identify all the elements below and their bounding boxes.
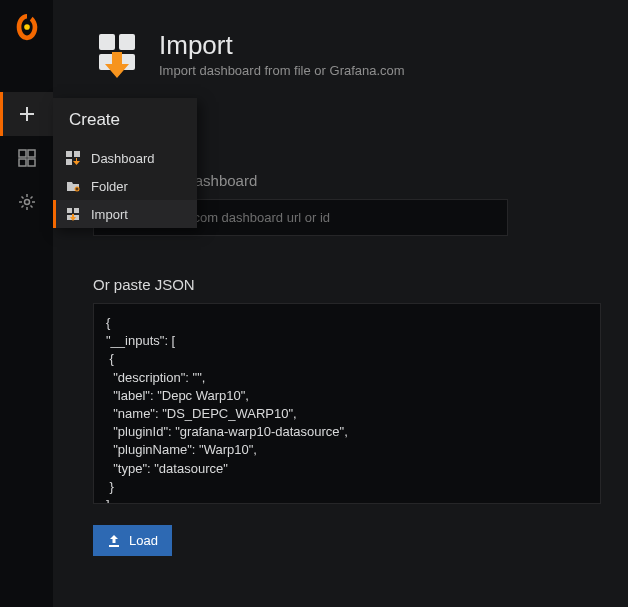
flyout-item-dashboard[interactable]: Dashboard xyxy=(53,144,197,172)
svg-rect-12 xyxy=(66,159,72,165)
folder-icon xyxy=(65,178,81,194)
svg-point-0 xyxy=(24,24,30,30)
grafana-logo[interactable] xyxy=(12,12,42,42)
flyout-item-label: Import xyxy=(91,207,128,222)
flyout-item-folder[interactable]: Folder xyxy=(53,172,197,200)
svg-rect-3 xyxy=(19,159,26,166)
json-label: Or paste JSON xyxy=(93,276,588,293)
svg-rect-15 xyxy=(74,208,79,213)
flyout-item-label: Dashboard xyxy=(91,151,155,166)
svg-rect-7 xyxy=(119,34,135,50)
page-subtitle: Import dashboard from file or Grafana.co… xyxy=(159,63,405,78)
flyout-title: Create xyxy=(53,98,197,144)
create-flyout: Create Dashboard Folder xyxy=(53,98,197,228)
svg-rect-1 xyxy=(19,150,26,157)
import-icon xyxy=(65,206,81,222)
nav-settings[interactable] xyxy=(0,180,53,224)
nav-create[interactable] xyxy=(0,92,53,136)
svg-rect-11 xyxy=(74,151,80,157)
page-header: Import Import dashboard from file or Gra… xyxy=(93,30,588,78)
svg-point-5 xyxy=(24,200,29,205)
json-textarea[interactable] xyxy=(93,303,601,504)
plus-icon xyxy=(18,105,36,123)
load-button[interactable]: Load xyxy=(93,525,172,556)
dashboard-icon xyxy=(65,150,81,166)
svg-rect-14 xyxy=(67,208,72,213)
svg-rect-10 xyxy=(66,151,72,157)
main-content: Import Import dashboard from file or Gra… xyxy=(53,0,628,607)
page-title: Import xyxy=(159,30,405,61)
nav-dashboards[interactable] xyxy=(0,136,53,180)
svg-rect-2 xyxy=(28,150,35,157)
import-header-icon xyxy=(93,30,141,78)
svg-rect-4 xyxy=(28,159,35,166)
flyout-item-import[interactable]: Import xyxy=(53,200,197,228)
svg-rect-6 xyxy=(99,34,115,50)
gear-icon xyxy=(18,193,36,211)
sidebar xyxy=(0,0,53,607)
grafana-icon xyxy=(12,12,42,42)
upload-icon xyxy=(107,534,121,548)
flyout-item-label: Folder xyxy=(91,179,128,194)
load-button-label: Load xyxy=(129,533,158,548)
grid-icon xyxy=(18,149,36,167)
